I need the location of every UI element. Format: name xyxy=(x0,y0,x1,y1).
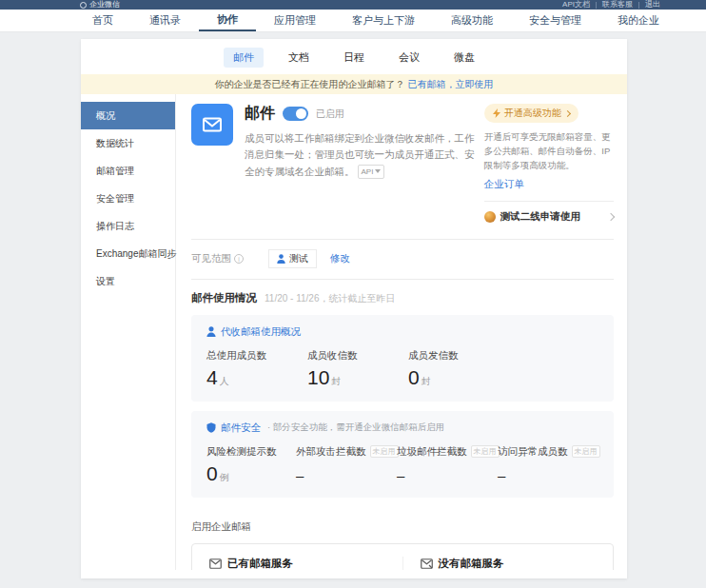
usage-title: 邮件使用情况 xyxy=(191,291,257,305)
no-mailbox-icon xyxy=(421,559,433,569)
security-note: · 部分安全功能，需开通企业微信邮箱后启用 xyxy=(267,421,444,434)
status-label: 已启用 xyxy=(316,108,344,121)
stat-value: – xyxy=(498,467,598,483)
mail-description: 成员可以将工作邮箱绑定到企业微信收发邮件，工作消息归集一处；管理员也可统一为成员… xyxy=(245,130,484,180)
stat-unit: 例 xyxy=(220,472,229,482)
main-nav: 首页 通讯录 协作 应用管理 客户与上下游 高级功能 安全与管理 我的企业 xyxy=(0,10,706,31)
contact-support-link[interactable]: 联系客服 xyxy=(597,0,638,10)
enable-section-title: 启用企业邮箱 xyxy=(191,520,614,534)
top-links: API文档 联系客服 退出 xyxy=(557,0,666,10)
stat-total-members: 总使用成员数 4人 xyxy=(206,349,307,389)
sidebar: 概况 数据统计 邮箱管理 安全管理 操作日志 Exchange邮箱同步 设置 xyxy=(81,94,176,570)
visibility-row: 可见范围 i 测试 修改 xyxy=(191,240,614,279)
notice-text: 你的企业是否已经有正在使用的企业邮箱了？ xyxy=(215,79,405,89)
caret-down-icon xyxy=(375,169,381,173)
stat-value: 10 xyxy=(307,366,329,388)
sidebar-item-statistics[interactable]: 数据统计 xyxy=(81,129,175,157)
sidebar-item-exchange-sync[interactable]: Exchange邮箱同步 xyxy=(81,240,175,267)
person-icon xyxy=(277,254,285,264)
sub-tabs: 邮件 文档 日程 会议 微盘 xyxy=(81,39,627,74)
nav-item-my-company[interactable]: 我的企业 xyxy=(599,10,677,31)
stat-received-mails: 成员收信数 10封 xyxy=(307,349,408,389)
trial-apply-row[interactable]: 测试二线申请使用 xyxy=(484,210,614,224)
enterprise-order-link[interactable]: 企业订单 xyxy=(484,178,524,191)
sidebar-item-security[interactable]: 安全管理 xyxy=(81,185,175,212)
lightning-icon xyxy=(493,108,500,118)
chevron-right-icon xyxy=(564,109,571,116)
nav-item-security-mgmt[interactable]: 安全与管理 xyxy=(511,10,599,31)
visibility-label: 可见范围 i xyxy=(191,252,244,265)
nav-item-apps[interactable]: 应用管理 xyxy=(256,10,334,31)
nav-item-advanced[interactable]: 高级功能 xyxy=(433,10,511,31)
sidebar-item-overview[interactable]: 概况 xyxy=(81,102,175,129)
api-docs-link[interactable]: API文档 xyxy=(557,0,596,10)
toggle-knob xyxy=(296,108,306,119)
visibility-scope-tag: 测试 xyxy=(268,249,317,268)
usage-period: 11/20 - 11/26，统计截止至昨日 xyxy=(265,292,395,305)
nav-item-collaboration[interactable]: 协作 xyxy=(199,10,256,31)
main-content: 邮件 已启用 成员可以将工作邮箱绑定到企业微信收发邮件，工作消息归集一处；管理员… xyxy=(176,94,627,570)
trial-apply-label: 测试二线申请使用 xyxy=(500,210,580,224)
tab-schedule[interactable]: 日程 xyxy=(334,48,374,68)
stat-value: 4 xyxy=(206,366,218,388)
envelope-icon xyxy=(201,113,224,136)
nav-item-contacts[interactable]: 通讯录 xyxy=(131,10,199,31)
usage-section-header: 邮件使用情况 11/20 - 11/26，统计截止至昨日 xyxy=(191,291,614,305)
stat-external-attacks: 外部攻击拦截数未启用 – xyxy=(296,445,397,485)
api-badge[interactable]: API xyxy=(358,165,385,179)
mail-security-header: 邮件安全 · 部分安全功能，需开通企业微信邮箱后启用 xyxy=(206,421,598,435)
nav-item-customers[interactable]: 客户与上下游 xyxy=(334,10,433,31)
enable-toggle[interactable] xyxy=(283,107,308,121)
wechat-work-logo-icon xyxy=(80,2,87,9)
collect-usage-card: 代收邮箱使用概况 总使用成员数 4人 成员收信数 10封 成员发信数 xyxy=(191,315,614,402)
logout-link[interactable]: 退出 xyxy=(639,0,666,10)
chevron-right-icon xyxy=(607,212,615,220)
divider xyxy=(191,279,614,280)
collect-usage-header: 代收邮箱使用概况 xyxy=(206,325,598,339)
tab-meeting[interactable]: 会议 xyxy=(389,48,429,68)
trial-app-icon xyxy=(484,211,496,223)
disabled-badge: 未启用 xyxy=(370,445,399,458)
stat-unit: 封 xyxy=(422,376,431,386)
mail-security-card: 邮件安全 · 部分安全功能，需开通企业微信邮箱后启用 风险检测提示数 0例 外部… xyxy=(191,411,614,498)
shield-icon xyxy=(206,422,216,433)
tab-drive[interactable]: 微盘 xyxy=(444,48,484,68)
stat-value: 0 xyxy=(206,462,218,484)
tab-docs[interactable]: 文档 xyxy=(279,48,319,68)
page-title: 邮件 xyxy=(245,104,275,124)
info-icon[interactable]: i xyxy=(234,254,244,264)
stat-sent-mails: 成员发信数 0封 xyxy=(408,349,509,389)
stat-abnormal-access: 访问异常成员数未启用 – xyxy=(498,445,598,485)
content-panel: 邮件 文档 日程 会议 微盘 你的企业是否已经有正在使用的企业邮箱了？ 已有邮箱… xyxy=(81,39,627,578)
sidebar-item-logs[interactable]: 操作日志 xyxy=(81,212,175,240)
notice-link[interactable]: 已有邮箱，立即使用 xyxy=(407,79,493,89)
sidebar-item-mailbox-mgmt[interactable]: 邮箱管理 xyxy=(81,157,175,185)
premium-badge[interactable]: 开通高级功能 xyxy=(484,104,579,123)
notice-bar: 你的企业是否已经有正在使用的企业邮箱了？ 已有邮箱，立即使用 xyxy=(81,74,627,94)
brand-logo[interactable]: 企业微信 xyxy=(80,0,120,10)
enable-options-card: 已有邮箱服务 将已有邮箱服务立即迁移到企业微信中。 或将历史邮件和新邮件持续同步… xyxy=(191,543,614,570)
existing-mailbox-header: 已有邮箱服务 xyxy=(209,557,293,570)
stat-unit: 封 xyxy=(331,376,341,386)
mailbox-icon xyxy=(209,559,222,569)
no-mailbox-header: 没有邮箱服务 xyxy=(421,557,504,570)
sidebar-item-settings[interactable]: 设置 xyxy=(81,267,175,295)
stat-value: – xyxy=(296,467,397,483)
edit-visibility-link[interactable]: 修改 xyxy=(330,252,350,265)
person-icon xyxy=(206,326,216,337)
disabled-badge: 未启用 xyxy=(471,445,500,458)
no-mailbox-option: 没有邮箱服务 可在企业微信中购买域名，新开通企业微信邮箱服务。 新开通邮箱服务 xyxy=(403,557,614,570)
stat-spam-blocked: 垃圾邮件拦截数未启用 – xyxy=(397,445,498,485)
mail-app-icon xyxy=(191,104,233,146)
tab-mail[interactable]: 邮件 xyxy=(224,48,264,68)
mail-app-header: 邮件 已启用 成员可以将工作邮箱绑定到企业微信收发邮件，工作消息归集一处；管理员… xyxy=(191,104,614,224)
stat-value: 0 xyxy=(408,366,420,388)
premium-description: 开通后可享受无限邮箱容量、更多公共邮箱、邮件自动备份、IP限制等多项高级功能。 xyxy=(484,129,614,173)
existing-mailbox-option: 已有邮箱服务 将已有邮箱服务立即迁移到企业微信中。 或将历史邮件和新邮件持续同步… xyxy=(192,557,403,570)
nav-item-home[interactable]: 首页 xyxy=(74,10,131,31)
brand-name: 企业微信 xyxy=(89,0,120,10)
top-bar: 企业微信 API文档 联系客服 退出 xyxy=(0,0,706,10)
stat-risk-alerts: 风险检测提示数 0例 xyxy=(206,445,296,485)
mail-app-info: 邮件 已启用 成员可以将工作邮箱绑定到企业微信收发邮件，工作消息归集一处；管理员… xyxy=(245,104,484,224)
stat-unit: 人 xyxy=(220,376,229,386)
